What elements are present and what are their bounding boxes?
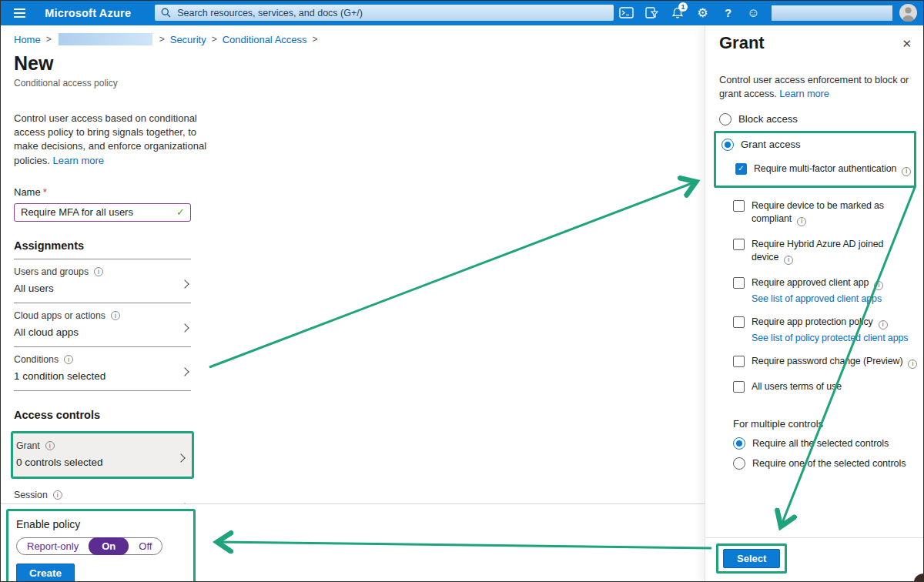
avatar[interactable] <box>899 4 917 22</box>
page-subtitle: Conditional access policy <box>14 78 705 89</box>
enable-policy-toggle: Report-only On Off <box>16 537 162 555</box>
enable-policy-annotation-box: Enable policy Report-only On Off Create <box>6 509 196 582</box>
learn-more-link[interactable]: Learn more <box>53 155 104 166</box>
require-approved-client-app-checkbox-row[interactable]: Require approved client appi <box>733 276 910 290</box>
create-button[interactable]: Create <box>16 564 75 582</box>
grant-access-radio[interactable]: Grant access <box>721 139 911 151</box>
checkbox-icon[interactable] <box>733 316 745 328</box>
enable-policy-label: Enable policy <box>16 518 193 530</box>
breadcrumb-security-link[interactable]: Security <box>170 34 206 45</box>
block-access-radio[interactable]: Block access <box>719 113 910 125</box>
require-password-change-checkbox-row[interactable]: Require password change (Preview)i <box>733 355 910 369</box>
search-icon <box>161 8 171 18</box>
grant-row[interactable]: Granti 0 controls selected <box>16 433 187 477</box>
grant-panel-description: Control user access enforcement to block… <box>719 73 913 101</box>
toggle-off[interactable]: Off <box>129 538 162 554</box>
breadcrumb-tenant-redacted <box>59 33 152 45</box>
settings-gear-icon[interactable]: ⚙ <box>690 0 715 25</box>
checkbox-icon[interactable] <box>733 356 745 367</box>
select-button-annotation-box: Select <box>716 544 787 574</box>
grant-access-annotation-box: Grant access ✓ Require multi-factor auth… <box>714 131 916 188</box>
info-icon[interactable]: i <box>94 267 103 276</box>
top-bar: Microsoft Azure 1 ⚙ ? ☺ <box>0 0 924 25</box>
policy-name-input[interactable] <box>14 203 191 222</box>
toggle-on[interactable]: On <box>89 537 129 555</box>
learn-more-link[interactable]: Learn more <box>779 88 829 99</box>
global-search[interactable] <box>155 5 614 21</box>
require-mfa-checkbox-row[interactable]: ✓ Require multi-factor authenticationi <box>735 162 911 176</box>
info-icon[interactable]: i <box>784 256 793 265</box>
require-compliant-device-checkbox-row[interactable]: Require device to be marked as compliant… <box>733 199 910 226</box>
checkbox-icon[interactable] <box>733 277 745 289</box>
search-input[interactable] <box>176 7 608 19</box>
info-icon[interactable]: i <box>797 217 806 226</box>
hamburger-menu-icon[interactable] <box>10 6 29 20</box>
name-field-label: Name* <box>14 186 705 198</box>
checkbox-checked-icon[interactable]: ✓ <box>735 163 747 175</box>
chevron-right-icon <box>176 453 185 462</box>
info-icon[interactable]: i <box>64 355 73 364</box>
topbar-icon-strip: 1 ⚙ ? ☺ <box>614 0 924 25</box>
breadcrumb-separator: > <box>313 34 318 45</box>
grant-panel: Grant ✕ Control user access enforcement … <box>705 25 924 582</box>
directory-filter-icon[interactable] <box>639 0 665 25</box>
policy-protected-apps-link[interactable]: See list of policy protected client apps <box>752 333 910 343</box>
grant-row-annotation-box: Granti 0 controls selected <box>11 431 194 479</box>
grant-panel-title: Grant <box>719 25 910 53</box>
page-title: New <box>14 52 705 75</box>
radio-selected-icon[interactable] <box>733 437 745 450</box>
notification-count-badge: 1 <box>678 2 688 12</box>
feedback-smiley-icon[interactable]: ☺ <box>741 0 766 25</box>
assignments-heading: Assignments <box>14 239 191 259</box>
info-icon[interactable]: i <box>902 167 911 176</box>
info-icon[interactable]: i <box>111 311 120 320</box>
radio-selected-icon[interactable] <box>721 139 734 151</box>
help-icon[interactable]: ? <box>715 0 741 25</box>
select-button[interactable]: Select <box>723 549 780 568</box>
radio-unselected-icon[interactable] <box>733 457 745 470</box>
access-controls-heading: Access controls <box>14 409 191 428</box>
checkbox-icon[interactable] <box>733 239 745 250</box>
required-marker: * <box>43 186 47 198</box>
breadcrumb-separator: > <box>46 34 52 45</box>
notifications-bell-icon[interactable]: 1 <box>665 0 690 25</box>
cloud-shell-icon[interactable] <box>614 0 639 25</box>
conditions-row[interactable]: Conditionsi 1 condition selected <box>14 347 191 391</box>
close-icon[interactable]: ✕ <box>902 37 912 51</box>
chevron-right-icon <box>180 279 189 288</box>
require-app-protection-checkbox-row[interactable]: Require app protection policyi <box>733 316 910 329</box>
info-icon[interactable]: i <box>879 320 888 329</box>
info-icon[interactable]: i <box>53 490 62 500</box>
checkbox-icon[interactable] <box>733 381 745 393</box>
chevron-right-icon <box>180 367 189 376</box>
approved-client-apps-link[interactable]: See list of approved client apps <box>752 293 910 304</box>
info-icon[interactable]: i <box>874 281 883 290</box>
breadcrumb-separator: > <box>159 34 165 45</box>
require-one-control-radio[interactable]: Require one of the selected controls <box>733 457 910 470</box>
policy-description: Control user access based on conditional… <box>14 112 213 168</box>
checkbox-icon[interactable] <box>733 200 745 212</box>
toggle-report-only[interactable]: Report-only <box>17 538 89 554</box>
info-icon[interactable]: i <box>45 441 55 450</box>
breadcrumb-conditional-access-link[interactable]: Conditional Access <box>223 34 307 45</box>
azure-brand-title[interactable]: Microsoft Azure <box>45 7 131 19</box>
breadcrumb-home-link[interactable]: Home <box>14 34 41 45</box>
multiple-controls-heading: For multiple controls <box>733 418 910 430</box>
require-hybrid-joined-checkbox-row[interactable]: Require Hybrid Azure AD joined devicei <box>733 238 910 265</box>
cloud-apps-row[interactable]: Cloud apps or actionsi All cloud apps <box>14 303 191 347</box>
info-icon[interactable]: i <box>908 360 917 369</box>
terms-of-use-checkbox-row[interactable]: All users terms of use <box>733 380 910 393</box>
policy-footer: Enable policy Report-only On Off Create <box>0 503 705 582</box>
account-info-redacted <box>772 5 892 21</box>
chevron-right-icon <box>180 323 189 332</box>
users-and-groups-row[interactable]: Users and groupsi All users <box>14 259 191 303</box>
breadcrumb-separator: > <box>212 34 217 45</box>
main-content-area: Home > > Security > Conditional Access >… <box>0 25 705 582</box>
breadcrumb: Home > > Security > Conditional Access > <box>14 25 705 45</box>
require-all-controls-radio[interactable]: Require all the selected controls <box>733 437 910 450</box>
radio-unselected-icon[interactable] <box>719 113 732 125</box>
grant-panel-footer: Select <box>705 537 924 582</box>
